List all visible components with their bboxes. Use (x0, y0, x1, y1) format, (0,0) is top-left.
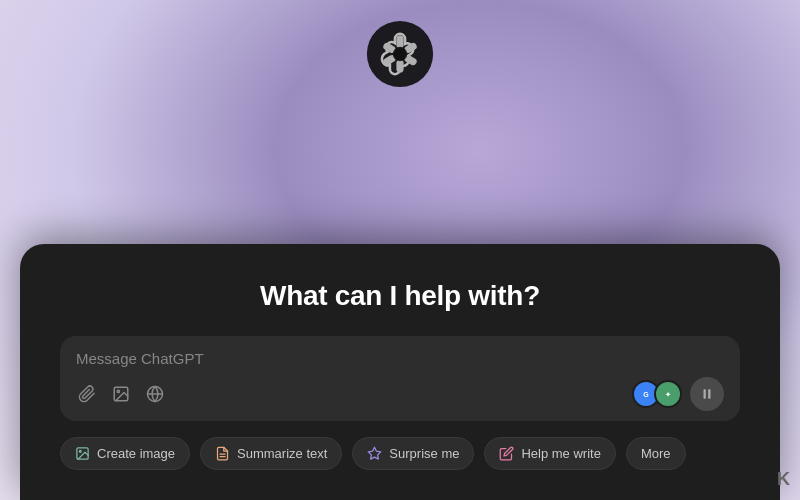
summarize-text-chip[interactable]: Summarize text (200, 437, 342, 470)
surprise-me-label: Surprise me (389, 446, 459, 461)
chips-row: Create image Summarize text Surprise me (60, 437, 740, 470)
create-image-chip[interactable]: Create image (60, 437, 190, 470)
main-heading: What can I help with? (60, 280, 740, 312)
create-image-icon (75, 446, 90, 461)
svg-point-7 (393, 47, 407, 61)
summarize-text-label: Summarize text (237, 446, 327, 461)
openai-logo (364, 18, 436, 90)
more-label: More (641, 446, 671, 461)
svg-text:✦: ✦ (665, 391, 671, 398)
svg-rect-16 (704, 389, 706, 398)
write-icon (499, 446, 514, 461)
input-actions-row: G ✦ (76, 377, 724, 411)
message-input[interactable] (76, 350, 724, 367)
help-me-write-label: Help me write (521, 446, 600, 461)
surprise-icon (367, 446, 382, 461)
surprise-me-chip[interactable]: Surprise me (352, 437, 474, 470)
input-row (76, 350, 724, 367)
model-selector[interactable]: G ✦ (632, 380, 682, 408)
svg-marker-22 (369, 447, 382, 459)
corner-logo: K (777, 469, 790, 490)
openai-logo-container (364, 18, 436, 94)
plugin-model-avatar: ✦ (654, 380, 682, 408)
svg-point-9 (117, 390, 119, 392)
summarize-icon (215, 446, 230, 461)
input-container: G ✦ (60, 336, 740, 421)
svg-point-19 (79, 450, 81, 452)
send-button[interactable] (690, 377, 724, 411)
create-image-label: Create image (97, 446, 175, 461)
svg-text:G: G (643, 391, 649, 398)
image-button[interactable] (110, 383, 132, 405)
svg-rect-4 (396, 60, 403, 73)
right-controls: G ✦ (632, 377, 724, 411)
attach-button[interactable] (76, 383, 98, 405)
globe-button[interactable] (144, 383, 166, 405)
left-icons (76, 383, 166, 405)
help-me-write-chip[interactable]: Help me write (484, 437, 615, 470)
main-panel: What can I help with? (20, 244, 780, 500)
svg-rect-1 (396, 35, 403, 48)
more-chip[interactable]: More (626, 437, 686, 470)
svg-rect-17 (708, 389, 710, 398)
